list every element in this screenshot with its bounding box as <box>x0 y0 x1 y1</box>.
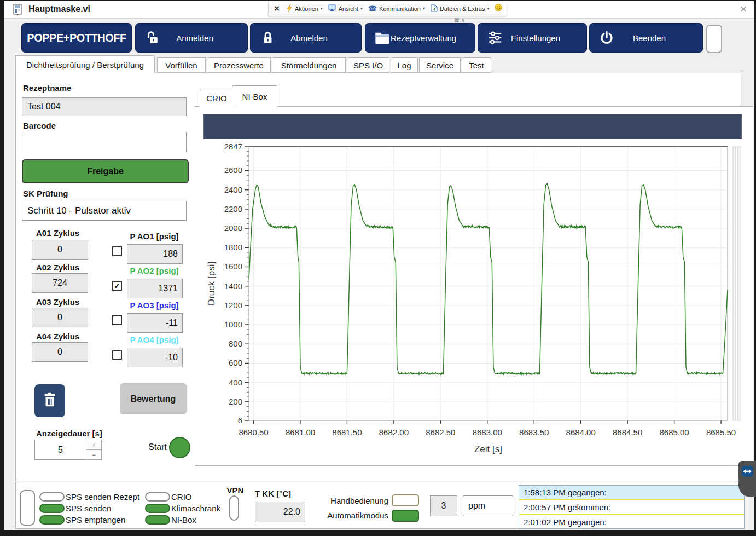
anzeigedauer-value[interactable]: 5 <box>34 440 86 460</box>
sps-empfangen-label: SPS empfangen <box>66 515 125 525</box>
file-icon <box>431 4 438 13</box>
labview-vi-icon <box>12 3 24 19</box>
tab-log[interactable]: Log <box>391 57 418 73</box>
crio-led <box>145 492 170 502</box>
p-ao1-field: 188 <box>127 244 183 264</box>
menu-aktionen[interactable]: Aktionen▾ <box>286 4 323 13</box>
sps-senden-led <box>39 504 65 513</box>
a01-zyklus-field: 0 <box>32 240 88 260</box>
nav-status-led <box>706 25 722 53</box>
tab-sps-io[interactable]: SPS I/O <box>347 57 389 73</box>
a01-zyklus-label: A01 Zyklus <box>36 228 79 238</box>
start-led[interactable] <box>169 437 190 458</box>
rezeptname-field: Test 004 <box>22 97 187 116</box>
status-master-led <box>20 490 35 526</box>
svg-text:1600: 1600 <box>224 262 242 271</box>
p-ao1-checkbox[interactable] <box>112 246 122 256</box>
svg-text:8683.00: 8683.00 <box>473 428 502 437</box>
abort-button[interactable]: × <box>273 3 281 14</box>
a04-zyklus-field: 0 <box>32 342 88 362</box>
app-window: Hauptmaske.vi × Aktionen▾ Ansicht▾ ☎ Kom… <box>4 1 754 530</box>
vpn-label: VPN <box>223 486 247 495</box>
p-ao3-label: P AO3 [psig] <box>123 301 186 310</box>
anzeigedauer-decrement-button[interactable]: − <box>86 450 102 460</box>
teamviewer-handle[interactable] <box>738 461 756 497</box>
svg-text:2000: 2000 <box>224 223 242 233</box>
vpn-led <box>229 495 239 521</box>
svg-text:800: 800 <box>229 339 242 348</box>
anmelden-button[interactable]: Anmelden <box>136 24 247 52</box>
smiley-icon <box>495 4 502 14</box>
svg-text:8683.50: 8683.50 <box>519 428 549 437</box>
handbedienung-led[interactable] <box>392 494 419 506</box>
menu-ansicht[interactable]: Ansicht▾ <box>328 4 363 13</box>
svg-text:1000: 1000 <box>224 320 242 329</box>
chart-tab-crio[interactable]: CRIO <box>200 89 234 107</box>
svg-text:1800: 1800 <box>224 243 242 252</box>
svg-text:8680.50: 8680.50 <box>239 428 268 437</box>
p-ao3-checkbox[interactable] <box>112 315 122 325</box>
menu-kommunikation[interactable]: ☎ Kommunikation▾ <box>368 4 425 13</box>
barcode-input[interactable] <box>22 132 187 152</box>
delete-button[interactable] <box>34 384 65 417</box>
labview-toolbar: × Aktionen▾ Ansicht▾ ☎ Kommunikation▾ Da… <box>268 1 507 16</box>
a02-zyklus-field: 724 <box>32 273 88 293</box>
tab-prozesswerte[interactable]: Prozesswerte <box>207 57 271 73</box>
pressure-chart[interactable]: 6200400600800100012001400160018002000220… <box>203 140 742 454</box>
tab-stoermeldungen[interactable]: Störmeldungen <box>272 57 346 73</box>
automatikmodus-led[interactable] <box>392 510 419 522</box>
tab-dichtheitspruefung[interactable]: Dichtheitsprüfung / Berstprüfung <box>15 55 155 73</box>
nibox-led <box>145 515 170 525</box>
toolbar-hint-icons[interactable]: ▦∧ <box>454 17 467 23</box>
svg-text:Druck [psi]: Druck [psi] <box>206 262 217 306</box>
svg-text:8685.00: 8685.00 <box>659 428 689 437</box>
sliders-icon <box>487 30 503 46</box>
log-entry: 1:58:13 PM gegangen: <box>519 486 744 500</box>
einstellungen-button[interactable]: Einstellungen <box>478 24 586 52</box>
tab-service[interactable]: Service <box>419 57 461 73</box>
collapse-icon: ∧ <box>461 17 466 23</box>
automatikmodus-label: Automatikmodus <box>294 511 388 520</box>
tab-vorfuellen[interactable]: Vorfüllen <box>157 57 206 73</box>
svg-text:Zeit [s]: Zeit [s] <box>474 444 502 454</box>
tab-test[interactable]: Test <box>462 57 491 73</box>
anzeigedauer-increment-button[interactable]: + <box>86 440 102 450</box>
window-title: Hauptmaske.vi <box>28 4 90 14</box>
svg-text:8684.00: 8684.00 <box>566 428 596 437</box>
svg-text:6: 6 <box>238 416 242 425</box>
unlock-icon <box>144 30 161 46</box>
teamviewer-icon <box>741 465 753 497</box>
abmelden-button[interactable]: Abmelden <box>251 24 361 52</box>
event-log[interactable]: 1:58:13 PM gegangen: 2:00:57 PM gekommen… <box>519 485 745 529</box>
sk-pruefung-label: SK Prüfung <box>23 189 68 198</box>
beenden-button[interactable]: Beenden <box>590 24 702 52</box>
phone-icon: ☎ <box>368 4 377 13</box>
bewertung-button[interactable]: Bewertung <box>120 383 187 414</box>
brand-logo-button: POPPE+POTTHOFF <box>22 24 131 52</box>
p-ao2-checkbox[interactable]: ✓ <box>112 281 122 291</box>
window-close-button[interactable]: × <box>736 2 751 16</box>
rezeptverwaltung-button[interactable]: Rezeptverwaltung <box>365 24 475 52</box>
p-ao4-field: -10 <box>127 348 183 367</box>
chart-tab-nibox[interactable]: NI-Box <box>232 85 277 107</box>
menu-dateien-extras[interactable]: Dateien & Extras▾ <box>431 4 490 13</box>
trash-icon <box>42 391 58 411</box>
lightning-icon <box>286 4 293 13</box>
sk-pruefung-field: Schritt 10 - Pulsator aktiv <box>22 201 187 221</box>
svg-text:8681.50: 8681.50 <box>332 428 362 437</box>
svg-text:8681.00: 8681.00 <box>286 428 315 437</box>
p-ao4-checkbox[interactable] <box>112 350 122 360</box>
log-entry: 2:01:02 PM gegangen: <box>519 515 744 529</box>
a03-zyklus-field: 0 <box>32 308 88 327</box>
ppm-value-field: 3 <box>430 495 457 516</box>
chevron-down-icon: ▾ <box>321 6 323 11</box>
freigabe-button[interactable]: Freigabe <box>22 159 189 183</box>
svg-text:8685.50: 8685.50 <box>706 428 736 437</box>
tkk-label: T KK [°C] <box>255 489 291 498</box>
svg-text:2200: 2200 <box>224 204 242 214</box>
svg-text:400: 400 <box>229 378 242 387</box>
a04-zyklus-label: A04 Zyklus <box>36 332 79 341</box>
nibox-label: NI-Box <box>171 515 196 525</box>
svg-text:1400: 1400 <box>224 281 242 291</box>
p-ao3-field: -11 <box>127 313 183 333</box>
